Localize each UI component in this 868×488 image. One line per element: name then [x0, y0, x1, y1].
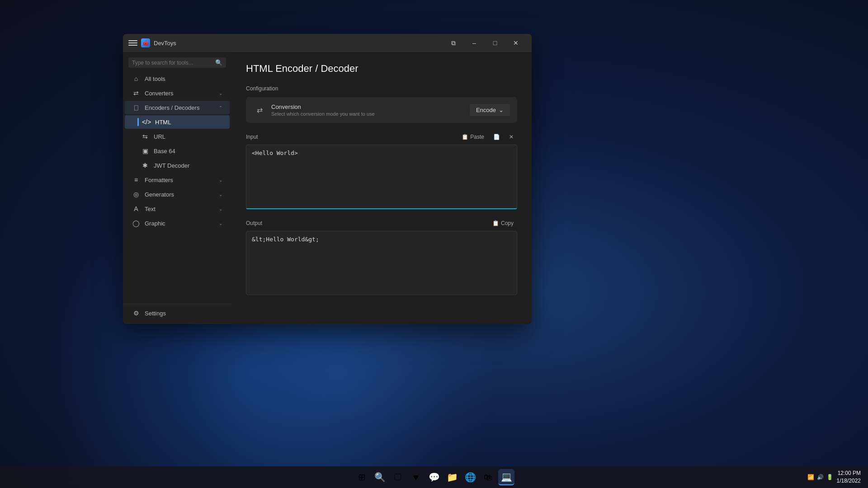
taskbar-sys-icons: 📶 🔊 🔋: [807, 474, 833, 480]
taskbar-volume-icon[interactable]: 🔊: [817, 474, 824, 480]
minimize-button[interactable]: –: [464, 34, 485, 52]
sidebar-item-url-label: URL: [154, 133, 165, 140]
copy-icon: 📋: [492, 220, 499, 226]
sidebar-item-jwt[interactable]: ✱ JWT Decoder: [125, 159, 230, 172]
taskbar-clock[interactable]: 12:00 PM 1/18/2022: [837, 469, 861, 485]
taskbar-chat-button[interactable]: 💬: [426, 469, 442, 485]
config-card: ⇄ Conversion Select which conversion mod…: [246, 97, 517, 123]
app-window: 🧰 DevToys ⧉ – □ ✕ 🔍 ⌂ All tools: [123, 34, 532, 324]
title-bar: 🧰 DevToys ⧉ – □ ✕: [123, 34, 532, 52]
sidebar-section-encoders[interactable]: ⎕ Encoders / Decoders ⌃: [125, 101, 230, 114]
clear-icon: ✕: [509, 134, 514, 140]
encode-button[interactable]: Encode ⌄: [470, 104, 510, 116]
snap-button[interactable]: ⧉: [443, 34, 464, 52]
home-icon: ⌂: [132, 75, 140, 83]
sidebar-section-generators[interactable]: ◎ Generators ⌄: [125, 188, 230, 201]
search-icon: 🔍: [215, 59, 222, 66]
sidebar-item-url[interactable]: ⇆ URL: [125, 130, 230, 143]
graphic-chevron-icon: ⌄: [219, 221, 222, 226]
graphic-icon: ◯: [132, 219, 140, 227]
sidebar-item-settings-label: Settings: [145, 310, 166, 317]
text-chevron-icon: ⌄: [219, 206, 222, 211]
conversion-desc: Select which conversion mode you want to…: [271, 111, 464, 117]
search-box[interactable]: 🔍: [128, 57, 226, 68]
close-button[interactable]: ✕: [505, 34, 526, 52]
encode-chevron-icon: ⌄: [499, 107, 504, 113]
sidebar-item-jwt-label: JWT Decoder: [154, 162, 189, 169]
title-bar-left: 🧰 DevToys: [128, 38, 176, 47]
formatters-chevron-icon: ⌄: [219, 178, 222, 183]
sidebar-item-html[interactable]: </> HTML: [125, 115, 230, 129]
sidebar-section-generators-label: Generators: [145, 191, 174, 198]
sidebar-item-settings[interactable]: ⚙ Settings: [125, 306, 230, 320]
taskbar-explorer-button[interactable]: 📁: [444, 469, 460, 485]
sidebar-section-graphic-label: Graphic: [145, 220, 165, 227]
url-icon: ⇆: [141, 132, 149, 141]
sidebar-section-formatters[interactable]: ≡ Formatters ⌄: [125, 173, 230, 187]
sidebar: 🔍 ⌂ All tools ⇄ Converters ⌄ ⎕ Encoders …: [123, 52, 231, 324]
taskbar-widgets-button[interactable]: ♥: [408, 469, 424, 485]
taskbar-battery-icon[interactable]: 🔋: [826, 474, 833, 480]
copy-button[interactable]: 📋 Copy: [489, 218, 517, 228]
conversion-icon: ⇄: [253, 104, 266, 117]
taskbar-edge-button[interactable]: 🌐: [462, 469, 478, 485]
settings-icon: ⚙: [132, 309, 140, 317]
title-bar-controls: ⧉ – □ ✕: [443, 34, 526, 52]
maximize-button[interactable]: □: [485, 34, 505, 52]
app-title: DevToys: [154, 40, 176, 47]
taskbar-right: 📶 🔊 🔋 12:00 PM 1/18/2022: [807, 469, 861, 485]
sidebar-item-base64-label: Base 64: [154, 148, 175, 155]
encoders-icon: ⎕: [132, 103, 140, 112]
sidebar-section-graphic[interactable]: ◯ Graphic ⌄: [125, 216, 230, 230]
paste-label: Paste: [470, 134, 484, 140]
conversion-title: Conversion: [271, 103, 464, 110]
output-actions: 📋 Copy: [489, 218, 517, 228]
input-section: Input 📋 Paste 📄 ✕ <Hello: [246, 132, 517, 211]
taskbar-date: 1/18/2022: [837, 477, 861, 485]
converters-icon: ⇄: [132, 89, 140, 97]
paste-button[interactable]: 📋 Paste: [458, 132, 488, 142]
main-content: HTML Encoder / Decoder Configuration ⇄ C…: [231, 52, 532, 324]
sidebar-section-formatters-label: Formatters: [145, 177, 173, 183]
sidebar-section-converters-label: Converters: [145, 90, 174, 97]
input-header: Input 📋 Paste 📄 ✕: [246, 132, 517, 142]
load-file-button[interactable]: 📄: [490, 132, 504, 142]
taskbar-search-button[interactable]: 🔍: [372, 469, 388, 485]
app-body: 🔍 ⌂ All tools ⇄ Converters ⌄ ⎕ Encoders …: [123, 52, 532, 324]
sidebar-section-encoders-label: Encoders / Decoders: [145, 104, 199, 111]
copy-label: Copy: [501, 220, 514, 226]
encode-label: Encode: [476, 107, 496, 113]
clear-input-button[interactable]: ✕: [505, 132, 517, 142]
taskbar-network-icon[interactable]: 📶: [807, 474, 814, 480]
sidebar-item-all-tools-label: All tools: [145, 75, 165, 82]
input-textarea[interactable]: <Hello World>: [246, 145, 517, 209]
app-logo: 🧰: [141, 38, 150, 47]
config-section-label: Configuration: [246, 85, 517, 92]
taskbar-taskview-button[interactable]: ☐: [390, 469, 406, 485]
encoders-chevron-icon: ⌃: [219, 105, 222, 110]
active-indicator: [137, 118, 139, 126]
taskbar-devtoys-button[interactable]: 💻: [498, 469, 514, 485]
config-info: Conversion Select which conversion mode …: [271, 103, 464, 117]
page-title: HTML Encoder / Decoder: [246, 63, 517, 75]
sidebar-section-converters[interactable]: ⇄ Converters ⌄: [125, 86, 230, 100]
sidebar-item-all-tools[interactable]: ⌂ All tools: [125, 72, 230, 85]
input-actions: 📋 Paste 📄 ✕: [458, 132, 517, 142]
html-icon: </>: [142, 118, 151, 126]
sidebar-item-base64[interactable]: ▣ Base 64: [125, 144, 230, 158]
generators-icon: ◎: [132, 190, 140, 198]
converters-chevron-icon: ⌄: [219, 91, 222, 96]
menu-icon[interactable]: [128, 38, 137, 47]
load-file-icon: 📄: [493, 134, 500, 140]
output-textarea[interactable]: &lt;Hello World&gt;: [246, 231, 517, 295]
taskbar-store-button[interactable]: 🛍: [480, 469, 496, 485]
base64-icon: ▣: [141, 147, 149, 155]
sidebar-item-html-label: HTML: [155, 119, 171, 126]
sidebar-bottom: ⚙ Settings: [123, 304, 231, 320]
search-input[interactable]: [132, 60, 212, 66]
taskbar-start-button[interactable]: ⊞: [354, 469, 370, 485]
taskbar: ⊞ 🔍 ☐ ♥ 💬 📁 🌐 🛍 💻 📶 🔊 🔋 12:00 PM 1/18/20…: [0, 466, 868, 488]
formatters-icon: ≡: [132, 176, 140, 184]
sidebar-section-text[interactable]: A Text ⌄: [125, 202, 230, 216]
output-section: Output 📋 Copy &lt;Hello World&gt;: [246, 218, 517, 297]
